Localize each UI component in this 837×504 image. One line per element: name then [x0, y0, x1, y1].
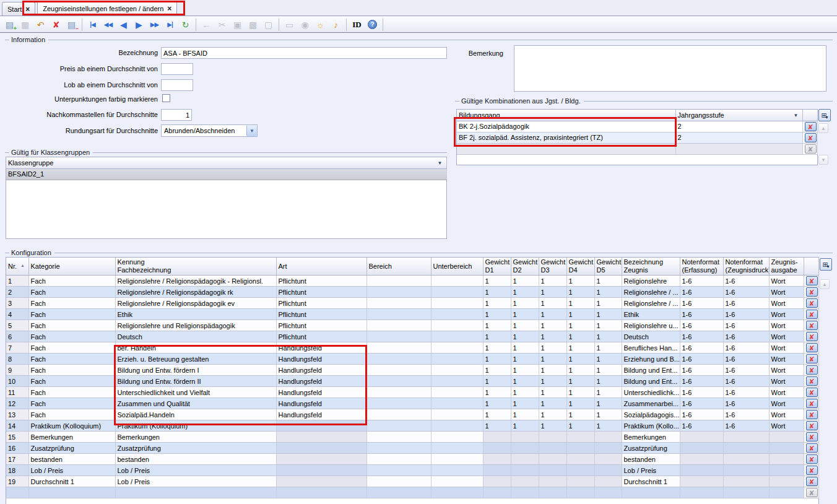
cell-nr[interactable]: 15 [6, 432, 28, 443]
cell-d1[interactable]: 1 [483, 409, 511, 420]
cell-bezeichnung[interactable]: Berufliches Han... [622, 342, 680, 354]
cell-d5[interactable] [594, 432, 622, 443]
col-header-unterbereich[interactable]: Unterbereich [431, 258, 483, 276]
cell-nf_druck[interactable] [723, 454, 769, 465]
cell-d5[interactable]: 1 [594, 287, 622, 298]
cell-d2[interactable] [511, 476, 539, 487]
cell-ausgabe[interactable]: Wort [769, 298, 804, 309]
tab-close-icon[interactable]: × [167, 6, 171, 12]
cell-bildungsgang[interactable]: BK 2-j.Sozialpädagogik [457, 121, 675, 132]
delete-row-button[interactable]: ✘ [806, 310, 818, 319]
col-header-klassengruppe[interactable]: Klassengruppe▼ [6, 157, 446, 168]
cell-nf_druck[interactable]: 1-6 [723, 320, 769, 331]
cell-unterbereich[interactable] [431, 476, 483, 487]
cell-unterbereich[interactable] [431, 309, 483, 320]
delete-row-button[interactable]: ✘ [806, 376, 818, 386]
cell-nf_druck[interactable]: 1-6 [723, 309, 769, 320]
delete-row-button[interactable]: ✘ [806, 466, 818, 475]
table-row[interactable]: 10FachBildung und Entw. fördern IIHandlu… [6, 376, 818, 387]
cell-nf_druck[interactable]: 1-6 [723, 409, 769, 420]
cell-kennung[interactable]: Unterschiedlichkeit und Vielfalt [115, 387, 276, 398]
cell-d1[interactable]: 1 [483, 354, 511, 365]
cell-kennung[interactable]: Religionslehre / Religionspädagogik ev [115, 298, 276, 309]
cell-d3[interactable]: 1 [539, 409, 566, 420]
tab-close-icon[interactable]: × [25, 6, 30, 12]
table-row[interactable]: 14Praktikum (Kolloquium)Praktikum (Kollo… [6, 420, 818, 432]
cell-d4[interactable] [566, 465, 594, 476]
cell-unterbereich[interactable] [431, 298, 483, 309]
delete-row-button[interactable]: ✘ [806, 388, 818, 397]
cell-bereich[interactable] [366, 365, 431, 376]
cell-nf_erfassung[interactable]: 1-6 [680, 376, 723, 387]
bemerkung-textarea[interactable] [514, 45, 826, 92]
cell-nr[interactable]: 4 [6, 309, 28, 320]
cell-kategorie[interactable]: Fach [28, 320, 115, 331]
cell-d3[interactable] [539, 465, 566, 476]
cell-nr[interactable]: 3 [6, 298, 28, 309]
cell-d5[interactable]: 1 [594, 398, 622, 409]
cell-art[interactable]: Handlungsfeld [276, 376, 366, 387]
cell-bereich[interactable] [366, 443, 431, 454]
cell-d4[interactable]: 1 [566, 298, 594, 309]
cell-d2[interactable] [511, 443, 539, 454]
cell-nf_druck[interactable] [723, 432, 769, 443]
col-header-nf_druck[interactable]: Notenformat (Zeugnisdruck) [723, 258, 769, 276]
cell-d5[interactable]: 1 [594, 342, 622, 354]
col-header-ausgabe[interactable]: Zeugnis- ausgabe [769, 258, 804, 276]
cell-d3[interactable]: 1 [539, 398, 566, 409]
cell-bezeichnung[interactable]: Zusatzprüfung [622, 443, 680, 454]
cell-d3[interactable]: 1 [539, 276, 566, 287]
col-header-d1[interactable]: Gewicht D1 [483, 258, 511, 276]
cell-bezeichnung[interactable]: Bemerkungen [622, 432, 680, 443]
cell-d1[interactable] [483, 454, 511, 465]
col-header-d3[interactable]: Gewicht D3 [539, 258, 566, 276]
cell-nr[interactable]: 18 [6, 465, 28, 476]
cell-ausgabe[interactable]: Wort [769, 354, 804, 365]
col-header-del[interactable] [804, 258, 818, 276]
cell-nr[interactable]: 8 [6, 354, 28, 365]
edit-list-button[interactable]: ▤− [64, 17, 79, 32]
cell-art[interactable]: Handlungsfeld [276, 387, 366, 398]
delete-row-button[interactable]: ✘ [806, 421, 818, 430]
cell-nf_druck[interactable]: 1-6 [723, 420, 769, 432]
unterpunktungen-checkbox[interactable] [162, 94, 170, 102]
cell-d1[interactable]: 1 [483, 298, 511, 309]
cell-kategorie[interactable]: Fach [28, 342, 115, 354]
col-header-nf_erfassung[interactable]: Notenformat (Erfassung) [680, 258, 723, 276]
cell-kategorie[interactable]: Fach [28, 376, 115, 387]
cell-unterbereich[interactable] [431, 398, 483, 409]
cell-bereich[interactable] [366, 309, 431, 320]
cell-nr[interactable]: 6 [6, 331, 28, 342]
cell-nf_druck[interactable]: 1-6 [723, 398, 769, 409]
col-header-kennung[interactable]: Kennung Fachbezeichnung [115, 258, 276, 276]
cell-d4[interactable]: 1 [566, 376, 594, 387]
cell-d2[interactable]: 1 [511, 420, 539, 432]
cell-d4[interactable] [566, 476, 594, 487]
cell-art[interactable]: Handlungsfeld [276, 398, 366, 409]
table-row[interactable]: 15BemerkungenBemerkungenBemerkungen✘ [6, 432, 818, 443]
cell-bezeichnung[interactable]: Erziehung und B... [622, 354, 680, 365]
cell-d2[interactable]: 1 [511, 376, 539, 387]
cell-bereich[interactable] [366, 342, 431, 354]
cell-nr[interactable]: 10 [6, 376, 28, 387]
cell-unterbereich[interactable] [431, 342, 483, 354]
cell-art[interactable] [276, 476, 366, 487]
col-header-bildungsgang[interactable]: Bildungsgang [457, 110, 675, 121]
cell-bereich[interactable] [366, 454, 431, 465]
cell-kategorie[interactable]: bestanden [28, 454, 115, 465]
table-row[interactable]: 12FachZusammen und QualitätHandlungsfeld… [6, 398, 818, 409]
cell-kennung[interactable]: bestanden [115, 454, 276, 465]
cell-nf_erfassung[interactable]: 1-6 [680, 354, 723, 365]
cell-bereich[interactable] [366, 320, 431, 331]
cell-d4[interactable]: 1 [566, 287, 594, 298]
cell-d5[interactable]: 1 [594, 320, 622, 331]
cell-art[interactable] [276, 432, 366, 443]
cell-art[interactable]: Pflichtunt [276, 309, 366, 320]
cell-bezeichnung[interactable]: Religionslehre / ... [622, 287, 680, 298]
cell-nf_erfassung[interactable]: 1-6 [680, 342, 723, 354]
cell-bereich[interactable] [366, 354, 431, 365]
cell-kennung[interactable]: Erzieh. u. Betreuung gestalten [115, 354, 276, 365]
table-row[interactable]: 19Durchschnitt 1Lob / PreisDurchschnitt … [6, 476, 818, 487]
help-button[interactable]: ? [365, 17, 379, 32]
cell-nf_druck[interactable]: 1-6 [723, 331, 769, 342]
